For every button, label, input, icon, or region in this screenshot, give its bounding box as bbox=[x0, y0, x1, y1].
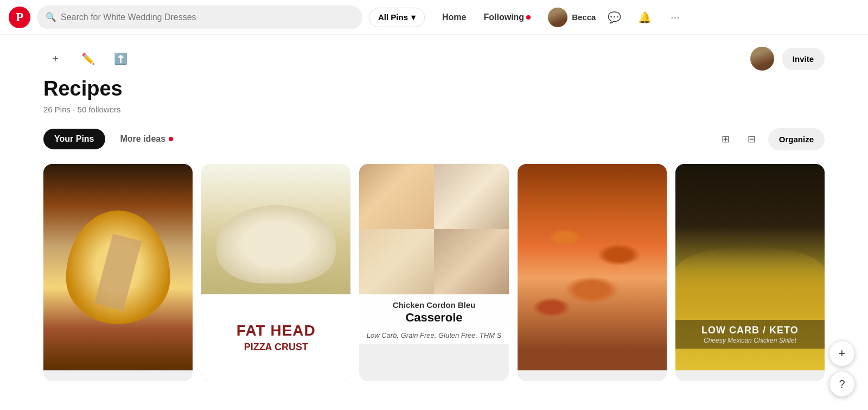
board-actions: + ✏️ ⬆️ Invite bbox=[43, 35, 825, 77]
avatar-image bbox=[548, 8, 567, 27]
tabs: Your Pins More ideas ⊞ ⊟ Organize bbox=[43, 127, 825, 151]
pin-card[interactable] bbox=[43, 164, 193, 381]
notifications-icon: 🔔 bbox=[638, 11, 652, 24]
view-controls: ⊞ ⊟ Organize bbox=[714, 127, 825, 151]
your-pins-tab[interactable]: Your Pins bbox=[43, 129, 105, 149]
all-pins-label: All Pins bbox=[378, 12, 408, 22]
main-content: + ✏️ ⬆️ Invite Recipes 26 Pins · 50 foll… bbox=[0, 35, 868, 403]
grid-icon: ⊞ bbox=[722, 133, 730, 145]
messages-icon: 💬 bbox=[608, 11, 621, 24]
chevron-down-icon: ▾ bbox=[411, 12, 416, 22]
pins-grid: FAT HEAD PIZZA CRUST Chicken Cordon Bleu… bbox=[43, 164, 825, 403]
grid-view-button[interactable]: ⊞ bbox=[714, 127, 738, 151]
plus-icon: + bbox=[52, 53, 59, 65]
board-meta: 26 Pins · 50 followers bbox=[43, 105, 825, 114]
more-ideas-dot bbox=[169, 137, 173, 141]
more-ideas-tab[interactable]: More ideas bbox=[110, 129, 184, 149]
search-bar: 🔍 bbox=[37, 5, 362, 29]
organize-button[interactable]: Organize bbox=[768, 128, 825, 150]
more-icon: ··· bbox=[671, 11, 680, 23]
pin-card[interactable] bbox=[518, 164, 667, 381]
floating-add-button[interactable]: + bbox=[829, 340, 855, 367]
pin-card[interactable]: FAT HEAD PIZZA CRUST bbox=[201, 164, 350, 381]
invite-area: Invite bbox=[749, 46, 825, 72]
compact-view-button[interactable]: ⊟ bbox=[740, 127, 764, 151]
more-options-button[interactable]: ··· bbox=[663, 5, 687, 29]
pinterest-logo[interactable]: P bbox=[9, 7, 30, 28]
notifications-button[interactable]: 🔔 bbox=[633, 5, 656, 29]
more-ideas-label: More ideas bbox=[120, 134, 166, 144]
following-link[interactable]: Following bbox=[477, 8, 537, 27]
all-pins-button[interactable]: All Pins ▾ bbox=[369, 8, 425, 27]
search-icon: 🔍 bbox=[46, 12, 56, 22]
messages-button[interactable]: 💬 bbox=[602, 5, 626, 29]
header: P 🔍 All Pins ▾ Home Following Becca 💬 🔔 … bbox=[0, 0, 868, 35]
home-link[interactable]: Home bbox=[436, 8, 473, 27]
pin-card[interactable]: LOW CARB / KETO Cheesy Mexican Chicken S… bbox=[675, 164, 825, 381]
avatar[interactable] bbox=[548, 8, 567, 27]
share-icon: ⬆️ bbox=[114, 52, 127, 65]
username-label[interactable]: Becca bbox=[572, 12, 596, 22]
board-title: Recipes bbox=[43, 77, 825, 100]
edit-icon: ✏️ bbox=[81, 52, 95, 65]
following-label: Following bbox=[483, 12, 524, 22]
nav-links: Home Following bbox=[436, 8, 537, 27]
floating-help-button[interactable]: ? bbox=[829, 371, 855, 397]
add-pin-button[interactable]: + bbox=[43, 47, 67, 71]
share-board-button[interactable]: ⬆️ bbox=[108, 47, 132, 71]
plus-icon: + bbox=[839, 346, 846, 361]
invite-button[interactable]: Invite bbox=[782, 48, 825, 70]
search-input[interactable] bbox=[61, 12, 354, 22]
pin-card[interactable]: Chicken Cordon Bleu Casserole Low Carb, … bbox=[359, 164, 508, 381]
compact-icon: ⊟ bbox=[748, 133, 756, 145]
notification-dot bbox=[526, 15, 531, 20]
question-icon: ? bbox=[839, 378, 845, 390]
logo-text: P bbox=[16, 10, 24, 24]
collaborator-avatar bbox=[749, 46, 775, 72]
edit-board-button[interactable]: ✏️ bbox=[76, 47, 100, 71]
